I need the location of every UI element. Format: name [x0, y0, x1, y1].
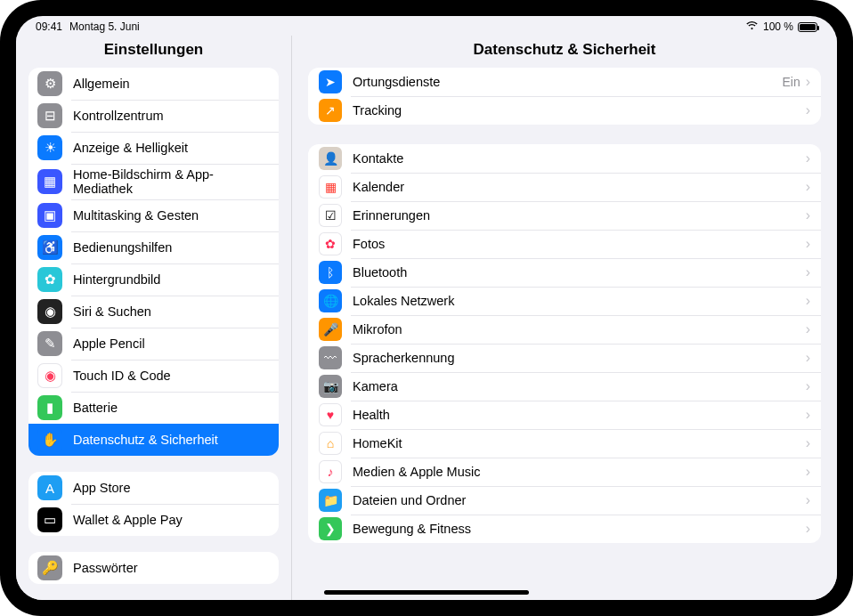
wallpaper-icon: ✿: [37, 267, 62, 292]
detail-item-label: Medien & Apple Music: [353, 465, 806, 479]
detail-item-reminders[interactable]: ☑Erinnerungen›: [308, 201, 821, 230]
detail-item-health[interactable]: ♥Health›: [308, 401, 821, 429]
media-icon: ♪: [319, 460, 342, 483]
display-icon: ☀: [37, 135, 62, 160]
sidebar-item-multitasking[interactable]: ▣Multitasking & Gesten: [28, 199, 279, 231]
sidebar-item-label: Hintergrundbild: [73, 272, 160, 287]
sidebar-item-label: App Store: [73, 481, 131, 495]
bluetooth-icon: ᛒ: [319, 261, 342, 284]
privacy-icon: ✋: [37, 427, 62, 452]
sidebar-item-accessibility[interactable]: ♿Bedienungshilfen: [28, 231, 279, 263]
detail-item-label: Spracherkennung: [353, 351, 806, 365]
detail-item-files[interactable]: 📁Dateien und Ordner›: [308, 486, 821, 515]
detail-item-tracking[interactable]: ↗Tracking›: [308, 96, 821, 125]
sidebar-item-label: Passwörter: [73, 561, 138, 575]
wifi-icon: [745, 20, 759, 33]
detail-item-speech[interactable]: 〰Spracherkennung›: [308, 344, 821, 372]
files-icon: 📁: [319, 489, 342, 512]
detail-item-label: Kamera: [353, 379, 806, 393]
chevron-right-icon: ›: [806, 265, 810, 280]
sidebar-item-label: Home-Bildschirm & App-Mediathek: [73, 167, 270, 196]
sidebar-item-privacy[interactable]: ✋Datenschutz & Sicherheit: [28, 424, 279, 456]
detail-item-photos[interactable]: ✿Fotos›: [308, 230, 821, 258]
detail-item-camera[interactable]: 📷Kamera›: [308, 372, 821, 401]
control-center-icon: ⊟: [37, 103, 62, 128]
sidebar-item-wallpaper[interactable]: ✿Hintergrundbild: [28, 263, 279, 296]
status-bar: 09:41 Montag 5. Juni 100 %: [16, 16, 837, 36]
detail-pane: Datenschutz & Sicherheit ➤Ortungsdienste…: [292, 36, 837, 600]
detail-group: 👤Kontakte›▦Kalender›☑Erinnerungen›✿Fotos…: [308, 144, 821, 543]
sidebar-item-home-screen[interactable]: ▦Home-Bildschirm & App-Mediathek: [28, 164, 279, 199]
home-screen-icon: ▦: [37, 169, 62, 194]
detail-scroll[interactable]: ➤OrtungsdiensteEin›↗Tracking›👤Kontakte›▦…: [292, 68, 837, 600]
touchid-icon: ◉: [37, 363, 62, 388]
chevron-right-icon: ›: [806, 75, 810, 89]
detail-item-microphone[interactable]: 🎤Mikrofon›: [308, 315, 821, 344]
calendar-icon: ▦: [319, 175, 342, 199]
detail-item-bluetooth[interactable]: ᛒBluetooth›: [308, 258, 821, 287]
sidebar-item-passwords[interactable]: 🔑Passwörter: [28, 552, 279, 584]
passwords-icon: 🔑: [37, 555, 62, 580]
wallet-icon: ▭: [37, 507, 62, 532]
status-time: 09:41: [36, 20, 62, 33]
accessibility-icon: ♿: [37, 235, 62, 260]
chevron-right-icon: ›: [806, 465, 810, 479]
microphone-icon: 🎤: [319, 318, 342, 341]
sidebar-title: Einstellungen: [16, 36, 291, 68]
sidebar-item-label: Bedienungshilfen: [73, 240, 172, 255]
sidebar-group: ⚙Allgemein⊟Kontrollzentrum☀Anzeige & Hel…: [28, 68, 279, 456]
sidebar-item-control-center[interactable]: ⊟Kontrollzentrum: [28, 100, 279, 132]
detail-item-label: Bewegung & Fitness: [353, 522, 806, 536]
detail-item-label: Erinnerungen: [353, 208, 806, 223]
siri-icon: ◉: [37, 299, 62, 324]
sidebar-item-label: Touch ID & Code: [73, 369, 171, 383]
location-icon: ➤: [319, 70, 342, 93]
appstore-icon: A: [37, 475, 62, 500]
multitasking-icon: ▣: [37, 203, 62, 228]
sidebar-item-display[interactable]: ☀Anzeige & Helligkeit: [28, 132, 279, 164]
detail-item-label: Bluetooth: [353, 265, 806, 280]
chevron-right-icon: ›: [806, 208, 810, 223]
sidebar-item-general[interactable]: ⚙Allgemein: [28, 68, 279, 100]
detail-item-label: Mikrofon: [353, 322, 806, 336]
home-indicator[interactable]: [324, 590, 529, 595]
detail-item-motion[interactable]: ❯Bewegung & Fitness›: [308, 515, 821, 543]
detail-item-location[interactable]: ➤OrtungsdiensteEin›: [308, 68, 821, 96]
chevron-right-icon: ›: [806, 180, 810, 194]
sidebar-item-siri[interactable]: ◉Siri & Suchen: [28, 296, 279, 328]
sidebar-item-apple-pencil[interactable]: ✎Apple Pencil: [28, 328, 279, 360]
sidebar-item-touchid[interactable]: ◉Touch ID & Code: [28, 360, 279, 392]
detail-item-media[interactable]: ♪Medien & Apple Music›: [308, 458, 821, 486]
detail-item-localnet[interactable]: 🌐Lokales Netzwerk›: [308, 287, 821, 315]
battery-icon: [798, 22, 817, 32]
battery-text: 100 %: [763, 20, 793, 33]
detail-item-label: Ortungsdienste: [353, 75, 782, 89]
sidebar-item-appstore[interactable]: AApp Store: [28, 472, 279, 504]
apple-pencil-icon: ✎: [37, 331, 62, 356]
sidebar-item-label: Multitasking & Gesten: [73, 208, 199, 223]
battery-icon: ▮: [37, 395, 62, 420]
photos-icon: ✿: [319, 232, 342, 255]
sidebar-item-label: Kontrollzentrum: [73, 109, 164, 123]
detail-item-label: Tracking: [353, 103, 806, 118]
device-frame: 09:41 Montag 5. Juni 100 % Einstellungen…: [0, 0, 853, 616]
detail-item-calendar[interactable]: ▦Kalender›: [308, 173, 821, 201]
sidebar-item-wallet[interactable]: ▭Wallet & Apple Pay: [28, 504, 279, 536]
camera-icon: 📷: [319, 375, 342, 398]
chevron-right-icon: ›: [806, 103, 810, 118]
sidebar-group: AApp Store▭Wallet & Apple Pay: [28, 472, 279, 536]
settings-sidebar: Einstellungen ⚙Allgemein⊟Kontrollzentrum…: [16, 36, 292, 600]
contacts-icon: 👤: [319, 147, 342, 170]
general-icon: ⚙: [37, 71, 62, 96]
localnet-icon: 🌐: [319, 289, 342, 312]
chevron-right-icon: ›: [806, 237, 810, 251]
health-icon: ♥: [319, 403, 342, 426]
sidebar-item-label: Anzeige & Helligkeit: [73, 141, 188, 155]
sidebar-item-battery[interactable]: ▮Batterie: [28, 392, 279, 424]
sidebar-group: 🔑Passwörter: [28, 552, 279, 584]
detail-item-homekit[interactable]: ⌂HomeKit›: [308, 429, 821, 458]
detail-item-contacts[interactable]: 👤Kontakte›: [308, 144, 821, 173]
sidebar-scroll[interactable]: ⚙Allgemein⊟Kontrollzentrum☀Anzeige & Hel…: [16, 68, 291, 600]
detail-item-label: Dateien und Ordner: [353, 493, 806, 507]
sidebar-item-label: Apple Pencil: [73, 336, 145, 351]
